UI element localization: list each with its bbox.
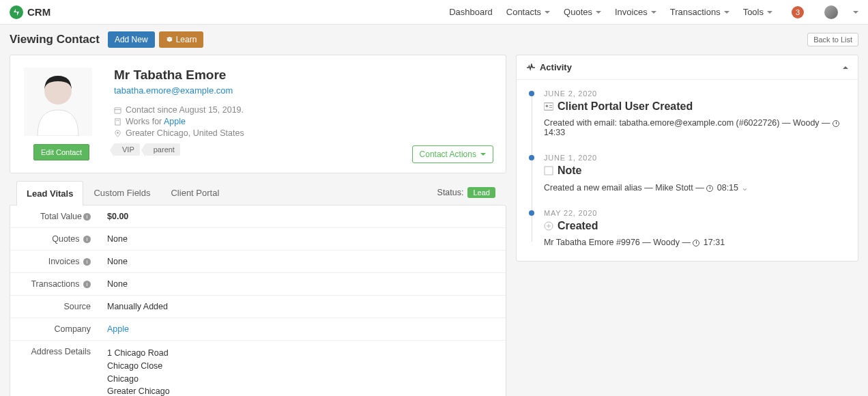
id-card-icon [544, 102, 553, 111]
status-badge: Lead [467, 187, 495, 198]
label: Invoices [48, 257, 80, 266]
value: $0.00 [107, 212, 128, 221]
contact-location: Greater Chicago, United States [114, 128, 244, 138]
since-date: August 15, 2019. [179, 105, 244, 115]
learn-button[interactable]: Learn [159, 31, 204, 48]
label: Source [10, 296, 99, 318]
row-address: Address Details 1 Chicago Road Chicago C… [10, 341, 506, 397]
subheader: Viewing Contact Add New Learn Back to Li… [0, 25, 868, 55]
nav-transactions[interactable]: Transactions [670, 7, 729, 17]
brand[interactable]: CRM [10, 5, 50, 19]
since-prefix: Contact since [126, 105, 179, 115]
edit-contact-button[interactable]: Edit Contact [33, 144, 89, 160]
info-icon[interactable]: i [83, 281, 91, 288]
notification-badge[interactable]: 3 [792, 6, 804, 18]
label: Address Details [10, 341, 99, 397]
chevron-down-icon [545, 11, 550, 14]
row-company: Company Apple [10, 318, 506, 341]
chevron-down-icon [724, 11, 729, 14]
nav-tools[interactable]: Tools [743, 7, 772, 17]
svg-rect-12 [544, 103, 553, 111]
info-icon[interactable]: i [83, 213, 91, 221]
pin-icon [114, 130, 121, 137]
nav-invoices[interactable]: Invoices [615, 7, 656, 17]
nav-invoices-label: Invoices [615, 7, 648, 17]
activity-date: JUNE 2, 2020 [544, 89, 848, 98]
label: Quotes [52, 234, 79, 244]
activity-panel: Activity JUNE 2, 2020 Client Portal User… [516, 55, 858, 261]
back-to-list-button[interactable]: Back to List [807, 33, 858, 46]
contact-email[interactable]: tabatha.emore@example.com [114, 85, 233, 96]
nav-contacts-label: Contacts [506, 7, 541, 17]
contact-works-for: Works for Apple [114, 117, 244, 126]
row-quotes: Quotes i None [10, 228, 506, 251]
status-label: Status: [437, 188, 464, 197]
heartbeat-icon [526, 63, 536, 72]
nav-contacts[interactable]: Contacts [506, 7, 550, 17]
works-prefix: Works for [126, 117, 164, 126]
user-avatar[interactable] [824, 5, 838, 19]
contact-name: Mr Tabatha Emore [114, 68, 244, 83]
vitals-table: Total Valuei $0.00 Quotes i None Invoice… [10, 206, 506, 396]
svg-rect-5 [115, 118, 120, 124]
plus-circle-icon [544, 221, 553, 231]
row-source: Source Manually Added [10, 296, 506, 318]
label: Company [10, 318, 99, 341]
row-invoices: Invoices i None [10, 251, 506, 273]
nav-dashboard[interactable]: Dashboard [449, 7, 493, 17]
activity-title: Activity [540, 62, 572, 72]
user-menu-caret-icon[interactable] [853, 11, 858, 14]
value: None [99, 228, 506, 251]
tab-custom-fields[interactable]: Custom Fields [83, 180, 160, 205]
info-icon[interactable]: i [83, 236, 91, 243]
activity-date: MAY 22, 2020 [544, 209, 848, 217]
tab-client-portal[interactable]: Client Portal [160, 180, 229, 205]
learn-icon [166, 36, 173, 44]
nav-quotes-label: Quotes [564, 7, 592, 17]
label: Total Value [40, 212, 82, 221]
svg-rect-14 [549, 105, 552, 106]
tag-parent[interactable]: parent [145, 143, 180, 156]
works-company-link[interactable]: Apple [164, 117, 186, 126]
top-menu: Dashboard Contacts Quotes Invoices Trans… [449, 5, 858, 19]
label: Transactions [31, 279, 79, 289]
svg-point-13 [546, 104, 549, 107]
clock-icon [833, 120, 839, 127]
clock-icon [693, 240, 699, 246]
expand-icon[interactable]: ⌄ [741, 183, 749, 193]
company-link[interactable]: Apple [107, 324, 129, 334]
nav-transactions-label: Transactions [670, 7, 721, 17]
contact-actions-button[interactable]: Contact Actions [412, 145, 493, 163]
addr-line: 1 Chicago Road [107, 347, 497, 360]
lead-vitals-panel: Lead Vitals Custom Fields Client Portal … [10, 180, 506, 396]
chevron-down-icon [480, 153, 486, 156]
activity-title-text: Created [558, 220, 598, 232]
activity-header[interactable]: Activity [517, 55, 858, 80]
nav-tools-label: Tools [743, 7, 764, 17]
tab-lead-vitals[interactable]: Lead Vitals [16, 181, 83, 206]
value: None [99, 251, 506, 273]
building-icon [114, 118, 121, 126]
addr-line: Greater Chicago [107, 385, 497, 396]
activity-body-text: Created a new email alias — Mike Stott — [544, 183, 706, 193]
clock-icon [706, 185, 713, 192]
calendar-icon [114, 107, 121, 114]
activity-body-text: Created with email: tabatha.emore@exampl… [544, 118, 833, 128]
tag-vip[interactable]: VIP [114, 143, 140, 156]
activity-title-text: Note [558, 165, 582, 177]
nav-quotes[interactable]: Quotes [564, 7, 601, 17]
info-icon[interactable]: i [83, 258, 91, 266]
row-transactions: Transactions i None [10, 273, 506, 296]
contact-actions-label: Contact Actions [420, 150, 476, 159]
add-new-button[interactable]: Add New [108, 31, 155, 48]
page-title: Viewing Contact [10, 33, 100, 46]
activity-item: JUNE 1, 2020 Note Created a new email al… [544, 154, 848, 193]
value: None [99, 273, 506, 296]
chevron-down-icon [767, 11, 772, 14]
addr-line: Chicago Close [107, 360, 497, 373]
activity-item: MAY 22, 2020 Created Mr Tabatha Emore #9… [544, 209, 848, 247]
top-nav: CRM Dashboard Contacts Quotes Invoices T… [0, 0, 868, 25]
svg-rect-3 [115, 107, 121, 113]
activity-time: 08:15 [717, 183, 738, 193]
contact-photo [24, 68, 92, 136]
